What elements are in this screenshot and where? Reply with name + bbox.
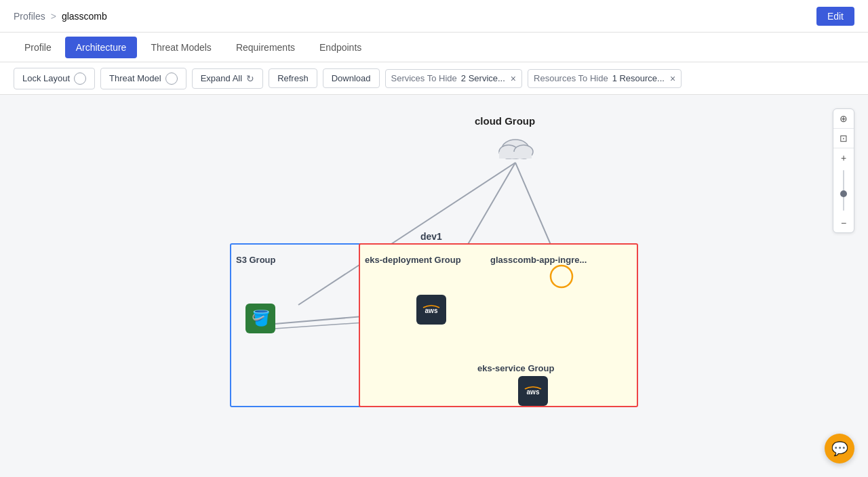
- diagram-svg: dev1 S3 Group 🪣 eks-deployment Group aws…: [0, 95, 868, 474]
- zoom-slider[interactable]: [843, 167, 844, 213]
- zoom-fit-button[interactable]: ⊡: [833, 129, 854, 148]
- svg-text:cloud Group: cloud Group: [475, 115, 535, 127]
- breadcrumb-separator: >: [51, 11, 56, 22]
- refresh-button[interactable]: Refresh: [269, 68, 317, 88]
- breadcrumb-profiles[interactable]: Profiles: [14, 11, 45, 22]
- tab-threat-models[interactable]: Threat Models: [140, 37, 222, 58]
- services-to-hide-chip: Services To Hide 2 Service... ×: [385, 69, 523, 88]
- toolbar: Lock Layout Threat Model Expand All ↻ Re…: [0, 62, 868, 95]
- zoom-nav-button[interactable]: ⊕: [833, 109, 854, 128]
- expand-all-icon: ↻: [246, 73, 254, 84]
- diagram-canvas[interactable]: dev1 S3 Group 🪣 eks-deployment Group aws…: [0, 95, 868, 474]
- resources-value: 1 Resource...: [612, 73, 665, 83]
- tab-requirements[interactable]: Requirements: [225, 37, 306, 58]
- svg-text:aws: aws: [425, 307, 438, 314]
- lock-layout-toggle[interactable]: [74, 72, 86, 85]
- svg-rect-26: [499, 152, 532, 159]
- svg-rect-9: [359, 244, 637, 407]
- services-to-hide-label: Services To Hide: [391, 73, 457, 83]
- svg-text:dev1: dev1: [420, 231, 442, 242]
- refresh-label: Refresh: [277, 73, 309, 83]
- zoom-in-button[interactable]: +: [833, 148, 854, 167]
- lock-layout-label: Lock Layout: [22, 73, 70, 83]
- resources-to-hide-label: Resources To Hide: [534, 73, 608, 83]
- download-label: Download: [332, 73, 371, 83]
- threat-model-label: Threat Model: [109, 73, 161, 83]
- zoom-out-button[interactable]: −: [833, 213, 854, 232]
- svg-text:glasscomb-app-ingre...: glasscomb-app-ingre...: [490, 255, 587, 265]
- download-button[interactable]: Download: [323, 68, 380, 88]
- svg-text:aws: aws: [527, 388, 540, 396]
- svg-text:S3 Group: S3 Group: [236, 255, 276, 265]
- svg-text:🪣: 🪣: [252, 309, 271, 327]
- svg-text:eks-deployment Group: eks-deployment Group: [365, 255, 461, 265]
- edit-button[interactable]: Edit: [816, 7, 854, 26]
- threat-model-toggle[interactable]: [165, 72, 178, 85]
- expand-all-label: Expand All: [201, 73, 242, 83]
- zoom-controls: ⊕ ⊡ + −: [833, 108, 854, 233]
- tabs-bar: Profile Architecture Threat Models Requi…: [0, 33, 868, 62]
- svg-text:eks-service Group: eks-service Group: [477, 363, 555, 373]
- resources-chip-close[interactable]: ×: [670, 73, 675, 84]
- services-value: 2 Service...: [461, 73, 505, 83]
- expand-all-button[interactable]: Expand All ↻: [192, 68, 263, 89]
- chat-icon: 💬: [831, 440, 848, 457]
- services-chip-close[interactable]: ×: [511, 73, 516, 84]
- threat-model-button[interactable]: Threat Model: [100, 68, 186, 89]
- breadcrumb-current: glasscomb: [62, 11, 107, 22]
- tab-endpoints[interactable]: Endpoints: [309, 37, 372, 58]
- breadcrumb: Profiles > glasscomb: [14, 11, 107, 22]
- resources-to-hide-chip: Resources To Hide 1 Resource... ×: [528, 69, 682, 88]
- tab-architecture[interactable]: Architecture: [65, 37, 138, 58]
- topbar: Profiles > glasscomb Edit: [0, 0, 868, 33]
- tab-profile[interactable]: Profile: [14, 37, 62, 58]
- lock-layout-button[interactable]: Lock Layout: [14, 68, 95, 89]
- chat-button[interactable]: 💬: [825, 434, 854, 463]
